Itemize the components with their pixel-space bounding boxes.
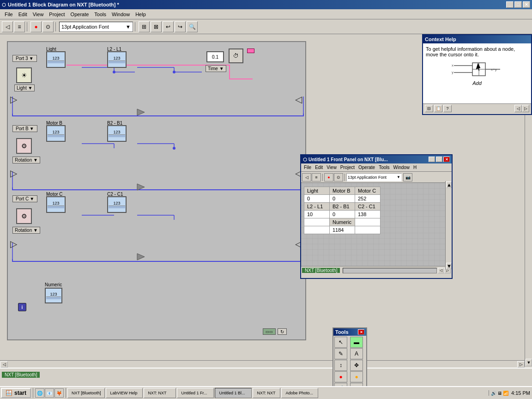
close-button[interactable]: ✕ [523,1,530,8]
b2b1-numeric-block[interactable]: 123 [107,125,127,142]
ch-prev-btn[interactable]: ◁ [514,105,522,112]
fp-val-light[interactable]: 0 [304,195,330,203]
main-hscrollbar[interactable]: ◁ ▷ [0,360,525,368]
taskbar-nxt[interactable]: NXT [Bluetooth] [67,388,105,398]
l2l1-numeric-block[interactable]: 123 [107,51,127,68]
rotation-dropdown-1[interactable]: Rotation ▼ [12,157,40,163]
fp-tb-btn1[interactable]: ◁ [302,173,311,181]
menu-window[interactable]: Window [109,11,133,18]
fp-menu-file[interactable]: File [302,164,313,170]
tb-list-btn[interactable]: ≡ [14,21,25,32]
font-dropdown[interactable]: 13pt Application Font ▼ [59,22,133,32]
fp-h-scrollbar[interactable] [343,268,437,273]
fp-menu-edit[interactable]: Edit [313,164,325,170]
fp-menu-project[interactable]: Project [339,164,357,170]
portB-block[interactable]: Port B ▼ [12,125,37,132]
taskbar-block-diagram[interactable]: Untitled 1 Bl... [215,388,252,398]
tools-close-btn[interactable]: ✕ [358,329,364,335]
fp-font-dropdown[interactable]: 13pt Application Font ▼ [346,173,402,181]
fp-col-motorC: Motor C [355,187,381,195]
fp-run-btn[interactable]: ● [324,173,333,181]
ch-next-btn[interactable]: ▷ [522,105,529,112]
fp-minimize-btn[interactable]: _ [429,157,435,162]
tb-redo-btn[interactable]: ↪ [175,21,186,32]
fp-grid[interactable]: Light Motor B Motor C 0 0 252 L2 - L1 B2… [301,183,452,266]
ch-btn1[interactable]: ⊟ [425,105,433,112]
menu-help[interactable]: Help [133,11,149,18]
start-button[interactable]: 🪟 start [1,388,31,398]
fp-close-btn[interactable]: ✕ [443,157,450,162]
fp-menu-window[interactable]: Window [391,164,411,170]
ch-help-btn[interactable]: ? [443,105,452,112]
tool-color1[interactable]: ● [334,371,347,382]
tool-connect[interactable]: ✥ [350,360,363,371]
menu-file[interactable]: File [2,11,16,18]
menu-operate[interactable]: Operate [68,11,92,18]
c2c1-numeric-block[interactable]: 123 [107,196,127,213]
light-dropdown[interactable]: Light ▼ [14,85,35,91]
fp-menu-tools[interactable]: Tools [377,164,391,170]
tb-undo-btn[interactable]: ↩ [163,21,174,32]
timer-block[interactable]: ⏱ [229,48,243,63]
light-dropdown-label: Light ▼ [17,85,32,91]
fp-menu-operate[interactable]: Operate [357,164,377,170]
tool-pencil[interactable]: ✎ [334,348,347,359]
fp-val-c2c1[interactable]: 138 [355,211,381,218]
light-numeric-block[interactable]: 123 [46,51,66,68]
minimize-button[interactable]: _ [506,1,514,8]
fp-tb-btn2[interactable]: ≡ [312,173,321,181]
light-icon-block[interactable]: ☀ [16,67,32,83]
motorC-icon-block[interactable]: ⚙ [16,208,32,224]
tool-color2[interactable]: ● [350,371,363,382]
motorC-numeric-block[interactable]: 123 [46,196,66,213]
fp-stop-btn[interactable]: ⊙ [334,173,343,181]
menu-edit[interactable]: Edit [16,11,30,18]
fp-vscrollbar[interactable]: ▲ ▼ [445,181,452,270]
fp-val-motorB[interactable]: 0 [330,195,355,203]
value-block[interactable]: 0.1 [206,51,224,62]
motorB-icon-block[interactable]: ⚙ [16,138,32,154]
tb-distribute-btn[interactable]: ⊠ [151,21,162,32]
tool-text[interactable]: A [350,348,363,359]
taskbar-front-panel[interactable]: Untitled 1 Fr... [177,388,214,398]
tool-edit[interactable]: ▬ [350,337,363,348]
maximize-button[interactable]: □ [514,1,522,8]
taskbar-adobe[interactable]: Adobe Photo... [281,388,318,398]
tb-align-btn[interactable]: ⊞ [139,21,150,32]
fp-scroll-left[interactable]: ◁ [438,268,444,273]
ql-icon2[interactable]: 📧 [45,388,54,398]
taskbar-nxt2[interactable]: NXT: NXT [253,388,280,398]
tb-back-btn[interactable]: ◁ [2,21,13,32]
svg-marker-16 [137,109,145,115]
tool-wire[interactable]: ↕ [334,360,347,371]
portC-block[interactable]: Port C ▼ [12,195,37,202]
fp-menu-view[interactable]: View [325,164,339,170]
port3-block[interactable]: Port 3 ▼ [12,55,37,62]
rotation-dropdown-2[interactable]: Rotation ▼ [12,227,40,234]
fp-status-tab[interactable]: NXT [Bluetooth] [302,268,340,273]
ch-btn2[interactable]: 📋 [434,105,442,112]
diagram-canvas[interactable]: Port 3 ▼ ☀ Light ▼ Light 123 L2 - L1 123 [7,41,306,340]
tb-stop-btn[interactable]: ⊙ [42,21,54,32]
tb-zoom-btn[interactable]: 🔍 [187,21,198,32]
ql-firefox[interactable]: 🦊 [54,388,64,398]
motorB-numeric-block[interactable]: 123 [46,125,66,142]
menu-tools[interactable]: Tools [91,11,109,18]
status-nxt-tab[interactable]: NXT [Bluetooth] [2,372,40,378]
ql-icon1[interactable]: 🌐 [35,388,44,398]
fp-screenshot-btn[interactable]: 📷 [403,173,412,181]
menu-project[interactable]: Project [46,11,67,18]
tb-run-btn[interactable]: ● [30,21,42,32]
fp-maximize-btn[interactable]: □ [436,157,442,162]
fp-menu-h[interactable]: H [411,164,418,170]
tool-cursor[interactable]: ↖ [334,337,347,348]
taskbar-nxt-nxt[interactable]: NXT: NXT [144,388,176,398]
numeric-bottom-block[interactable]: 123 [45,288,62,303]
fp-numeric-value[interactable]: 1184 [330,226,355,234]
taskbar-labview-help[interactable]: LabVIEW Help [106,388,143,398]
fp-val-motorC[interactable]: 252 [355,195,381,203]
menu-view[interactable]: View [30,11,47,18]
fp-val-l2l1[interactable]: 10 [304,211,330,218]
time-dropdown[interactable]: Time ▼ [206,65,226,72]
fp-val-b2b1[interactable]: 0 [330,211,355,218]
